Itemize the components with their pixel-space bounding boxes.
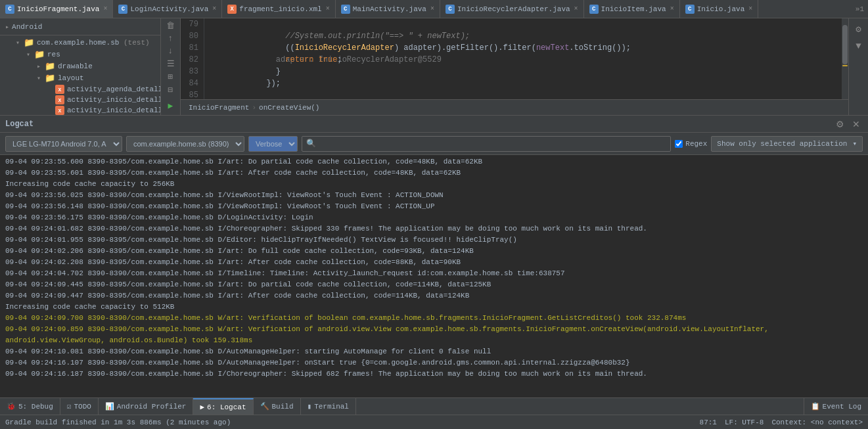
panel-actions: ⚙ ✕ [833,118,863,131]
logcat-controls: LGE LG-M710 Android 7.0, A com.example.h… [0,133,868,155]
profiler-icon: 📊 [105,402,114,411]
close-icon[interactable]: × [212,5,216,12]
close-icon[interactable]: × [748,5,752,12]
tree-item-file[interactable]: ▸ X activity_agenda_detalle_cas [0,84,160,95]
tree-label-test: (test) [119,39,149,47]
log-line: android.view.ViewGroup, android.os.Bundl… [5,335,863,346]
expand-arrow: ▸ [37,62,45,70]
expand-arrow: ▾ [37,74,45,82]
code-editor: 79 80 81 82 83 84 85 86 87 //System.out.… [181,18,848,115]
breadcrumb-method[interactable]: onCreateView() [259,104,319,112]
close-icon[interactable]: × [574,5,578,12]
tab-inicio-fragment[interactable]: C InicioFragment.java × [0,0,113,18]
code-line-85: layoutManager = new LinearLayoutManager(… [210,89,836,99]
regex-label[interactable]: Regex [675,140,707,148]
tree-item-res[interactable]: ▾ 📁 res [0,49,160,60]
tab-todo[interactable]: ☑ TODO [60,398,99,415]
list-icon[interactable]: ☰ [163,58,179,69]
logcat-title: Logcat [5,120,34,129]
log-line: Increasing code cache capacity to 512KB [5,302,863,313]
tab-profiler[interactable]: 📊 Android Profiler [99,398,194,415]
collapse-icon[interactable]: ⊟ [163,85,179,95]
log-line: 09-04 09:23:55.600 8390-8395/com.example… [5,156,863,168]
breadcrumb: InicioFragment › onCreateView() [181,99,848,115]
editor-content[interactable]: 79 80 81 82 83 84 85 86 87 //System.out.… [181,18,848,99]
settings-icon[interactable]: ⚙ [851,21,867,37]
expand-icon[interactable]: ⊞ [163,72,179,82]
tab-fragment-inicio-xml[interactable]: X fragment_inicio.xml × [222,0,335,18]
device-select[interactable]: LGE LG-M710 Android 7.0, A [5,136,122,152]
log-line: 09-04 09:23:56.175 8390-8390/com.example… [5,212,863,223]
log-line: 09-04 09:23:56.025 8390-8390/com.example… [5,190,863,201]
close-panel-button[interactable]: ✕ [850,118,863,131]
tree-label: res [47,51,60,58]
close-icon[interactable]: × [103,5,107,12]
log-line: 09-04 09:24:10.081 8390-8390/com.example… [5,346,863,357]
tab-login-activity[interactable]: C LoginActivity.java × [113,0,222,18]
xml-file-icon: X [55,95,64,104]
tab-terminal[interactable]: ▮ Terminal [301,398,356,415]
breadcrumb-separator: › [252,104,256,112]
tab-overflow[interactable]: » 1 [852,0,868,18]
regex-checkbox[interactable] [675,140,683,148]
expand-arrow: ▾ [16,39,24,47]
run-icon[interactable]: ▶ [163,101,179,111]
tree-label: activity_inicio_detalle_caso [67,106,160,114]
down-icon[interactable]: ↓ [163,46,179,56]
regex-text: Regex [685,140,707,148]
breadcrumb-inicio-fragment[interactable]: InicioFragment [189,104,249,112]
tab-inicio-recycler-adapter[interactable]: C InicioRecyclerAdapter.java × [440,0,584,18]
logcat-search-input[interactable] [320,136,670,152]
tree-item-drawable[interactable]: ▸ 📁 drawable [0,60,160,72]
log-line: 09-04 09:24:04.702 8390-8390/com.example… [5,268,863,279]
tab-todo-label: TODO [74,403,91,411]
tab-logcat-label: 6: Logcat [207,403,246,411]
log-line: 09-04 09:23:56.148 8390-8390/com.example… [5,201,863,212]
folder-icon: 📁 [45,61,55,72]
tab-logcat[interactable]: ▶ 6: Logcat [193,398,253,415]
tree-item-file[interactable]: ▸ X activity_inicio_detalle_caso [0,105,160,115]
tab-debug[interactable]: 🐞 5: Debug [0,398,60,415]
terminal-icon: ▮ [308,402,312,411]
log-line: 09-04 09:24:09.859 8390-8390/com.example… [5,324,863,335]
code-line-84 [210,78,836,89]
settings-button[interactable]: ⚙ [833,118,847,131]
tab-main-activity[interactable]: C MainActivity.java × [336,0,440,18]
tree-item-file[interactable]: ▸ X activity_inicio_detalle.xml [0,95,160,105]
status-right: 87:1 LF: UTF-8 Context: <no context> [700,418,863,426]
expand-arrow: ▾ [26,51,34,58]
package-select[interactable]: com.example.home.sb (8390) [126,136,244,152]
level-select[interactable]: Verbose [248,136,298,152]
close-icon[interactable]: × [430,5,434,12]
tree-item-package[interactable]: ▾ 📁 com.example.home.sb (test) [0,37,160,49]
tab-build[interactable]: 🔨 Build [254,398,301,415]
chevron-down-icon[interactable]: ▼ [851,38,867,54]
event-log-tab[interactable]: 📋 Event Log [804,398,868,415]
line-col: 87:1 [700,418,717,426]
vertical-scrollbar[interactable] [842,18,848,99]
tab-label: InicioFragment.java [17,5,99,13]
log-line: 09-04 09:23:55.601 8390-8395/com.example… [5,168,863,179]
close-icon[interactable]: × [326,5,330,12]
java-icon: C [5,5,14,14]
up-icon[interactable]: ↑ [163,34,179,43]
code-line-79: //System.out.println("==> " + newText); [210,18,836,30]
java-icon: C [685,5,695,14]
tab-inicio-java[interactable]: C Inicio.java × [680,0,759,18]
java-icon: C [341,5,350,14]
tab-profiler-label: Android Profiler [117,403,187,411]
delete-icon[interactable]: 🗑 [163,21,179,31]
close-icon[interactable]: × [670,5,674,12]
log-line: Increasing code cache capacity to 256KB [5,179,863,190]
log-line: 09-04 09:24:16.107 8390-8390/com.example… [5,357,863,369]
tab-build-label: Build [272,403,294,411]
left-tool-panel: 🗑 ↑ ↓ ☰ ⊞ ⊟ ▶ ⊘ ? [161,18,181,115]
logcat-output[interactable]: 09-04 09:23:55.600 8390-8395/com.example… [0,155,868,397]
show-selected-button[interactable]: Show only selected application ▾ [711,136,863,152]
tab-inicio-item[interactable]: C InicioItem.java × [584,0,680,18]
tab-debug-label: 5: Debug [18,403,53,411]
log-line: 09-04 09:24:16.187 8390-8390/com.example… [5,369,863,380]
tree-item-layout[interactable]: ▾ 📁 layout [0,72,160,84]
folder-icon: 📁 [45,73,55,83]
xml-icon: X [227,5,237,14]
